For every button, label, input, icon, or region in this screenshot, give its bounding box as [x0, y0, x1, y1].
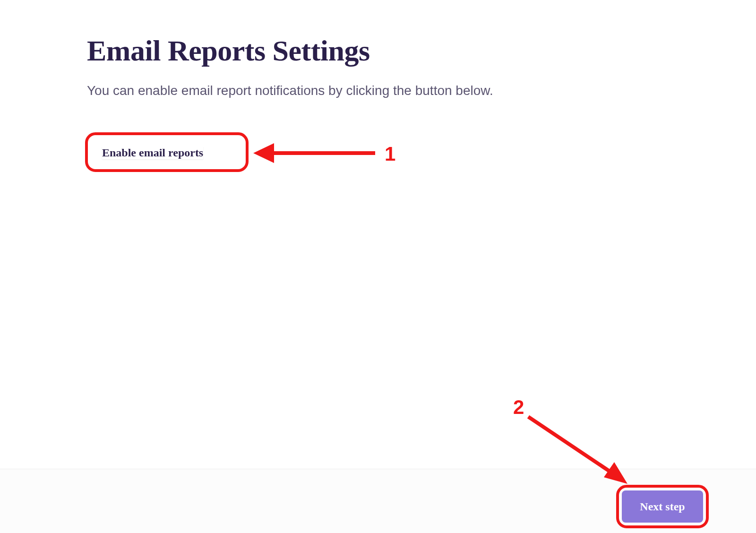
- annotation-number-2: 2: [513, 396, 524, 419]
- next-step-button[interactable]: Next step: [622, 490, 703, 523]
- page-title: Email Reports Settings: [87, 34, 370, 68]
- page-subtitle: You can enable email report notification…: [87, 83, 493, 98]
- enable-email-reports-button[interactable]: Enable email reports: [102, 146, 203, 159]
- annotation-number-1: 1: [385, 143, 395, 165]
- svg-line-0: [528, 417, 617, 476]
